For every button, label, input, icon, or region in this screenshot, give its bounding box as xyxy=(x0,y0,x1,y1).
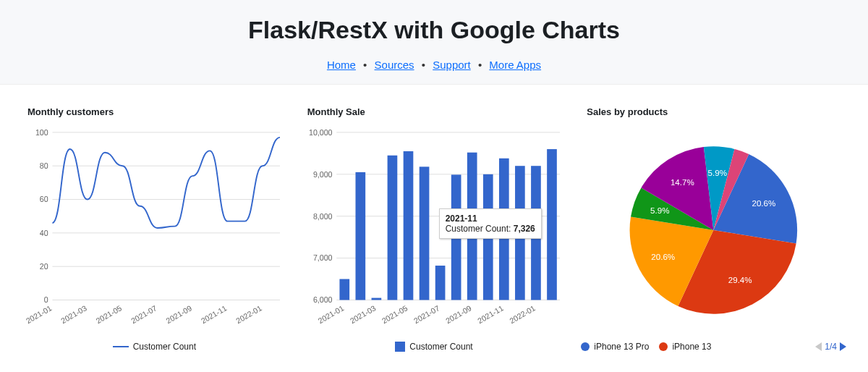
svg-rect-44 xyxy=(467,153,477,300)
svg-text:2021-01: 2021-01 xyxy=(316,303,345,325)
svg-text:2021-11: 2021-11 xyxy=(200,303,229,325)
svg-rect-40 xyxy=(403,151,413,300)
panel-monthly-sale: Monthly Sale 6,0007,0008,0009,00010,0002… xyxy=(302,106,567,352)
svg-text:2021-09: 2021-09 xyxy=(164,303,193,325)
svg-text:20: 20 xyxy=(40,262,48,271)
svg-text:2022-01: 2022-01 xyxy=(508,303,537,325)
legend-label-0: iPhone 13 Pro xyxy=(594,342,649,352)
svg-rect-42 xyxy=(435,266,445,300)
legend-dot-icon xyxy=(659,342,668,351)
svg-text:2021-09: 2021-09 xyxy=(444,303,473,325)
svg-text:14.7%: 14.7% xyxy=(671,178,694,187)
nav-home[interactable]: Home xyxy=(327,59,356,71)
svg-text:6,000: 6,000 xyxy=(313,295,333,304)
legend-pager: 1/4 xyxy=(815,342,846,352)
svg-text:2021-11: 2021-11 xyxy=(476,303,505,325)
svg-rect-38 xyxy=(371,298,381,300)
nav-sources[interactable]: Sources xyxy=(375,59,414,71)
svg-text:9,000: 9,000 xyxy=(313,170,333,179)
svg-text:10,000: 10,000 xyxy=(309,128,333,137)
panel-sales-by-products: Sales by products 20.6%29.4%20.6%5.9%14.… xyxy=(581,106,846,352)
svg-rect-36 xyxy=(339,279,349,300)
nav-sep: • xyxy=(422,59,425,71)
legend-pie: iPhone 13 Pro iPhone 13 1/4 xyxy=(581,342,846,352)
svg-text:2021-05: 2021-05 xyxy=(95,303,124,325)
svg-text:2021-07: 2021-07 xyxy=(129,303,158,325)
hero: Flask/RestX with Google Charts Home • So… xyxy=(0,0,868,85)
svg-rect-47 xyxy=(515,166,525,300)
svg-text:60: 60 xyxy=(40,195,48,203)
legend-item-0[interactable]: iPhone 13 Pro xyxy=(581,342,649,352)
hero-nav: Home • Sources • Support • More Apps xyxy=(0,59,868,71)
svg-text:5.9%: 5.9% xyxy=(708,169,727,177)
svg-rect-39 xyxy=(387,156,397,300)
svg-text:2022-01: 2022-01 xyxy=(234,303,263,325)
svg-text:2021-03: 2021-03 xyxy=(59,303,88,325)
svg-rect-46 xyxy=(499,158,509,300)
chart-title-sales-by-products: Sales by products xyxy=(587,106,846,117)
svg-text:29.4%: 29.4% xyxy=(728,276,752,284)
legend-label-1: iPhone 13 xyxy=(672,342,711,352)
svg-text:80: 80 xyxy=(40,161,48,170)
svg-rect-45 xyxy=(483,174,493,300)
legend-bar-label: Customer Count xyxy=(409,342,472,352)
svg-rect-49 xyxy=(547,149,557,300)
bar-chart[interactable]: 6,0007,0008,0009,00010,0002021-012021-03… xyxy=(302,122,567,339)
svg-text:20.6%: 20.6% xyxy=(752,199,776,208)
svg-text:7,000: 7,000 xyxy=(313,253,333,262)
svg-text:40: 40 xyxy=(40,229,48,237)
line-chart[interactable]: 0204060801002021-012021-032021-052021-07… xyxy=(22,122,287,339)
legend-line: Customer Count xyxy=(22,342,287,352)
charts-row: Monthly customers 0204060801002021-01202… xyxy=(0,85,868,359)
chart-title-monthly-customers: Monthly customers xyxy=(27,106,287,117)
pager-page: 1/4 xyxy=(825,342,837,352)
nav-more-apps[interactable]: More Apps xyxy=(489,59,541,71)
svg-text:2021-05: 2021-05 xyxy=(380,303,409,325)
svg-text:2021-03: 2021-03 xyxy=(348,303,377,325)
legend-bar: Customer Count xyxy=(302,342,567,352)
legend-dot-icon xyxy=(581,342,590,351)
pager-prev-icon xyxy=(815,342,822,351)
svg-text:100: 100 xyxy=(35,128,48,137)
legend-bar-swatch-icon xyxy=(395,342,405,352)
pager-next-icon[interactable] xyxy=(840,342,846,351)
svg-text:20.6%: 20.6% xyxy=(652,253,676,261)
legend-line-swatch-icon xyxy=(113,346,129,347)
svg-rect-48 xyxy=(531,166,541,300)
legend-item-1[interactable]: iPhone 13 xyxy=(659,342,711,352)
svg-text:2021-07: 2021-07 xyxy=(412,303,441,325)
svg-rect-41 xyxy=(419,166,429,300)
svg-text:0: 0 xyxy=(44,295,48,304)
svg-text:8,000: 8,000 xyxy=(313,212,333,221)
nav-sep: • xyxy=(478,59,482,71)
nav-support[interactable]: Support xyxy=(433,59,471,71)
nav-sep: • xyxy=(363,59,367,71)
svg-text:5.9%: 5.9% xyxy=(650,206,669,215)
svg-rect-37 xyxy=(355,172,365,300)
svg-rect-43 xyxy=(451,174,461,300)
page-title: Flask/RestX with Google Charts xyxy=(0,16,868,44)
chart-title-monthly-sale: Monthly Sale xyxy=(307,106,567,117)
panel-monthly-customers: Monthly customers 0204060801002021-01202… xyxy=(22,106,287,352)
pie-chart[interactable]: 20.6%29.4%20.6%5.9%14.7%5.9% xyxy=(581,122,846,339)
legend-line-label: Customer Count xyxy=(133,342,196,352)
svg-text:2021-01: 2021-01 xyxy=(25,303,54,325)
